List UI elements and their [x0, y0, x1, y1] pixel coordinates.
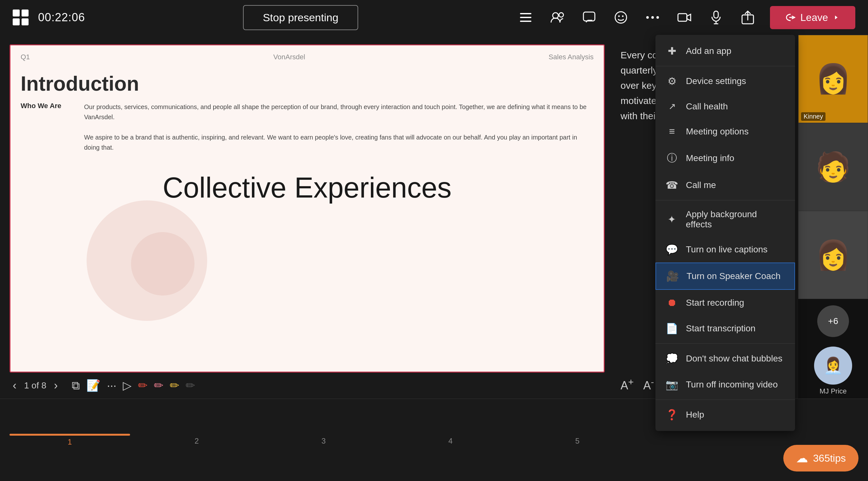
call-health-icon: ↗: [665, 101, 678, 111]
slide-who-we-are: Who We Are: [21, 102, 71, 153]
menu-live-captions[interactable]: 💬 Turn on live captions: [655, 236, 795, 262]
menu-start-recording-label: Start recording: [686, 298, 744, 308]
share-icon-btn[interactable]: [738, 8, 757, 27]
menu-call-me[interactable]: ☎ Call me: [655, 172, 795, 198]
pen-dark-icon[interactable]: ✏: [186, 379, 195, 392]
svg-rect-0: [520, 13, 531, 14]
slide-content: Q1 VonArsdel Sales Analysis Introduction…: [10, 45, 604, 372]
svg-point-7: [618, 15, 620, 17]
menu-add-app[interactable]: ✚ Add an app: [655, 38, 795, 64]
pen-yellow-icon[interactable]: ✏: [170, 379, 179, 392]
no-chat-bubbles-icon: 💭: [665, 353, 678, 365]
more-tools-icon[interactable]: ···: [107, 379, 117, 392]
camera-icon-btn[interactable]: [675, 8, 694, 27]
copy-icon[interactable]: ⧉: [72, 379, 80, 392]
slide-tools: ⧉ 📝 ··· ▷ ✏ ✏ ✏ ✏: [72, 379, 195, 392]
speaker-coach-icon: 🎥: [666, 270, 679, 282]
font-decrease-btn[interactable]: A-: [643, 377, 654, 392]
meeting-info-icon: ⓘ: [665, 151, 678, 165]
font-increase-btn[interactable]: A+: [621, 377, 634, 392]
menu-no-chat-bubbles-label: Don't show chat bubbles: [686, 354, 782, 364]
slide-next-btn[interactable]: ›: [54, 379, 58, 392]
participant-avatar-2: 🧑: [799, 123, 868, 211]
timer: 00:22:06: [38, 11, 85, 24]
badge-365tips[interactable]: ☁ 365tips: [783, 445, 859, 472]
dropdown-menu: ✚ Add an app ⚙ Device settings ↗ Call he…: [655, 35, 795, 431]
reaction-icon-btn[interactable]: [611, 8, 630, 27]
menu-divider-4: [655, 399, 795, 400]
pen-pink-icon[interactable]: ✏: [154, 379, 163, 392]
menu-speaker-coach[interactable]: 🎥 Turn on Speaker Coach: [655, 262, 795, 290]
slide-header: Q1 VonArsdel Sales Analysis: [10, 45, 604, 69]
svg-point-8: [622, 15, 623, 17]
apply-background-icon: ✦: [665, 214, 678, 225]
menu-speaker-coach-label: Turn on Speaker Coach: [686, 271, 780, 281]
annotate-icon[interactable]: 📝: [86, 379, 100, 392]
thumb-2-num: 2: [194, 437, 198, 446]
menu-live-captions-label: Turn on live captions: [686, 245, 768, 255]
svg-point-11: [656, 16, 659, 19]
mic-icon-btn[interactable]: [707, 8, 725, 27]
grid-icon[interactable]: [13, 9, 29, 25]
help-icon: ❓: [665, 409, 678, 421]
participant-video-3[interactable]: 👩: [798, 211, 868, 299]
people-icon-btn[interactable]: [548, 8, 567, 27]
menu-call-me-label: Call me: [686, 180, 716, 190]
slide-thumb-1[interactable]: SalesAnalysis 2021 ▶: [9, 434, 130, 436]
menu-meeting-options-label: Meeting options: [686, 127, 749, 137]
thumb-1-num: 1: [68, 438, 72, 446]
menu-meeting-options[interactable]: ≡ Meeting options: [655, 119, 795, 144]
menu-device-settings-label: Device settings: [686, 76, 746, 86]
leave-button[interactable]: Leave: [770, 6, 855, 29]
menu-divider-2: [655, 200, 795, 200]
menu-no-chat-bubbles[interactable]: 💭 Don't show chat bubbles: [655, 346, 795, 372]
svg-rect-1: [520, 17, 531, 18]
video-sidebar: 👩 Kinney 🧑 👩 +6 👩‍💼 MJ Price: [798, 35, 868, 398]
top-bar-right: Leave: [516, 6, 855, 29]
slide-prev-btn[interactable]: ‹: [13, 379, 17, 392]
live-captions-icon: 💬: [665, 244, 678, 256]
menu-start-recording[interactable]: ⏺ Start recording: [655, 290, 795, 316]
slide-header-left: Q1: [21, 53, 30, 61]
slide-big-text: Collective Experiences: [10, 171, 604, 204]
slide-text-blocks: Our products, services, communications, …: [84, 102, 594, 153]
svg-point-6: [615, 12, 627, 23]
menu-add-app-label: Add an app: [686, 46, 731, 56]
menu-turn-off-video[interactable]: 📷 Turn off incoming video: [655, 372, 795, 397]
call-me-icon: ☎: [665, 179, 678, 191]
slide-body-text-2: We aspire to be a brand that is authenti…: [84, 132, 594, 153]
participant-name-1: Kinney: [801, 112, 826, 121]
more-options-btn[interactable]: [643, 8, 662, 27]
slide-body-text-1: Our products, services, communications, …: [84, 102, 594, 122]
svg-rect-5: [583, 12, 595, 21]
menu-start-transcription-label: Start transcription: [686, 323, 755, 333]
slide-header-right: Sales Analysis: [549, 53, 594, 61]
participant-video-2[interactable]: 🧑: [798, 123, 868, 211]
thumb-1-video-icon: ▶: [94, 434, 120, 436]
participant-video-1[interactable]: 👩 Kinney: [798, 35, 868, 123]
mj-price-container: 👩‍💼 MJ Price: [798, 343, 868, 398]
pen-red-icon[interactable]: ✏: [138, 379, 148, 392]
menu-apply-background[interactable]: ✦ Apply background effects: [655, 202, 795, 236]
slide-frame: Q1 VonArsdel Sales Analysis Introduction…: [9, 44, 605, 373]
menu-start-transcription[interactable]: 📄 Start transcription: [655, 316, 795, 342]
menu-device-settings[interactable]: ⚙ Device settings: [655, 68, 795, 94]
menu-call-health-label: Call health: [686, 101, 728, 111]
slide-controls: ‹ 1 of 8 › ⧉ 📝 ··· ▷ ✏ ✏ ✏ ✏: [9, 373, 605, 398]
svg-rect-12: [678, 13, 687, 21]
slide-header-center: VonArsdel: [274, 53, 305, 61]
mj-avatar: 👩‍💼: [814, 347, 852, 385]
stop-presenting-button[interactable]: Stop presenting: [243, 5, 358, 30]
more-participants-btn[interactable]: +6: [817, 306, 849, 337]
menu-meeting-info[interactable]: ⓘ Meeting info: [655, 144, 795, 172]
badge-text: 365tips: [813, 452, 846, 464]
slide-title: Introduction: [10, 72, 604, 95]
menu-help[interactable]: ❓ Help: [655, 402, 795, 428]
menu-call-health[interactable]: ↗ Call health: [655, 94, 795, 119]
menu-icon-btn[interactable]: [516, 8, 535, 27]
thumb-4-num: 4: [448, 437, 453, 446]
chat-icon-btn[interactable]: [580, 8, 599, 27]
svg-point-10: [651, 16, 654, 19]
slide-body: Who We Are Our products, services, commu…: [10, 95, 604, 159]
pointer-icon[interactable]: ▷: [123, 379, 132, 392]
